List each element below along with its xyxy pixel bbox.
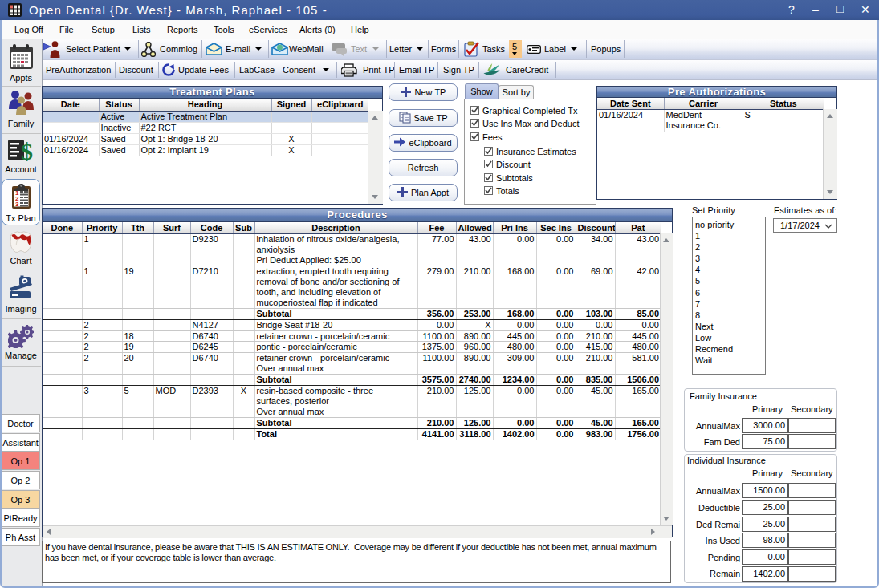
- svg-text:3: 3: [15, 201, 19, 208]
- svg-text:$: $: [21, 138, 33, 164]
